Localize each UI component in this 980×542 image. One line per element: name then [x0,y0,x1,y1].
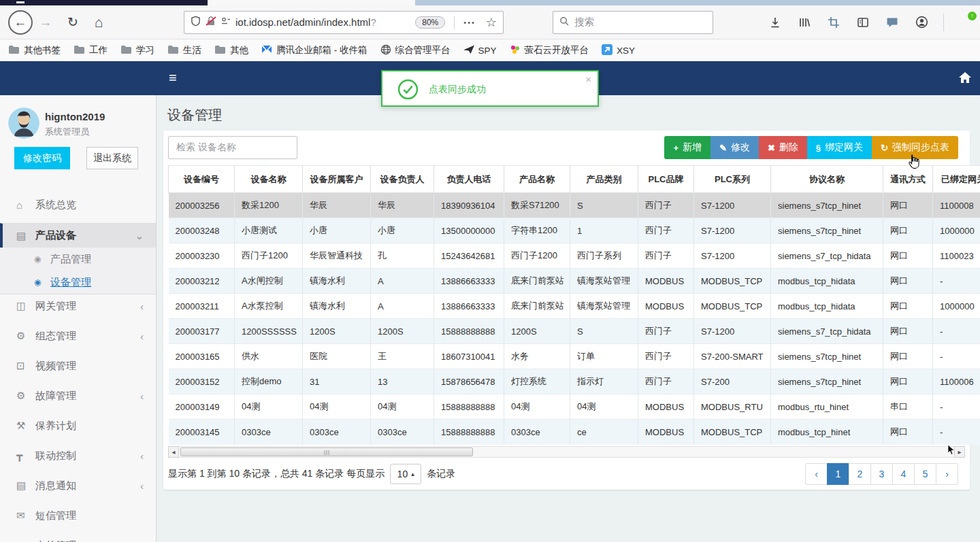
sidebar-item-label: 上传管理 [35,539,76,542]
bookmark-spy[interactable]: SPY [463,45,497,56]
table-row[interactable]: 200003152控制demo311315878656478灯控系统指示灯西门子… [169,369,980,394]
bookmark-study[interactable]: 学习 [120,44,154,56]
column-header[interactable]: 产品名称 [504,166,570,193]
table-row[interactable]: 200003248小唐测试小唐小唐13500000000字符串12001西门子S… [169,218,980,243]
forward-button[interactable]: → [35,12,56,33]
pager-page-1[interactable]: 1 [827,463,849,485]
sidebar-item-linkage-control[interactable]: ┳联动控制‹ [0,444,156,467]
app-menu-icon[interactable]: ↑ [958,17,972,28]
table-actions: +新增✎修改✖删除§绑定网关↻强制同步点表 [664,136,958,159]
tracking-protection-shield-icon[interactable] [191,16,201,29]
table-row[interactable]: 2000031771200SSSSSS1200S1200S15888888888… [169,319,980,344]
table-row[interactable]: 200003256数采1200华辰华辰18390936104数采S71200S西… [169,193,980,218]
column-header[interactable]: 已绑定网关 [933,166,980,193]
avatar[interactable] [8,107,39,139]
pager-page-3[interactable]: 3 [870,463,893,485]
edit-button[interactable]: ✎修改 [710,136,759,159]
bookmark-tencent-exmail-inbox[interactable]: 腾讯企业邮箱 - 收件箱 [261,44,368,56]
toast-close-icon[interactable]: × [585,73,591,85]
scroll-left-icon[interactable]: ◂ [168,446,179,458]
pager-page-2[interactable]: 2 [849,463,871,485]
table-row[interactable]: 200003230西门子1200华辰智通科技孔15243642681西门子120… [169,243,980,269]
column-header[interactable]: 产品类别 [570,166,638,193]
column-header[interactable]: PLC品牌 [638,166,694,193]
bookmark-ys7-open-platform[interactable]: 萤石云开放平台 [510,44,589,57]
url-bar[interactable]: iot.idosp.net/admin/index.html? 80% ••• … [184,11,504,34]
app-home-icon[interactable] [958,71,972,86]
table-cell: S7-1200 [694,193,771,218]
book-icon: ▤ [16,479,35,492]
bookmark-integrated-platform[interactable]: 综合管理平台 [380,44,451,57]
sidebar-item-gateway-mgmt[interactable]: ◫网关管理‹ [0,294,156,318]
sidebar-item-video-mgmt[interactable]: ⊡视频管理 [0,354,156,377]
screenshot-icon[interactable] [826,15,841,30]
sidebar-item-sms-mgmt[interactable]: ✉短信管理 [0,504,156,527]
table-row[interactable]: 2000031450303ce0303ce0303ce1588888888803… [169,420,980,445]
sidebar-item-upload-mgmt[interactable]: ▤上传管理 [0,534,156,542]
library-icon[interactable] [797,15,812,30]
column-header[interactable]: 设备负责人 [371,166,434,193]
sidebars-icon[interactable] [855,15,870,30]
table-cell: modbus_tcp_hidata [771,294,883,319]
scroll-right-icon[interactable]: ▸ [954,446,965,458]
downloads-icon[interactable] [768,15,783,30]
sidebar-toggle-icon[interactable]: ≡ [169,70,177,86]
table-row[interactable]: 200003165供水医院王18607310041水务订单西门子S7-200-S… [169,344,980,369]
column-header[interactable]: 通讯方式 [883,166,933,193]
bind-gateway-button[interactable]: §绑定网关 [807,136,872,159]
bookmark-other[interactable]: 其他 [214,44,248,56]
sidebar-item-system-overview[interactable]: ⌂系统总览 [0,193,156,216]
column-header[interactable]: PLC系列 [694,166,771,193]
add-button[interactable]: +新增 [664,136,710,159]
feedback-chat-icon[interactable] [885,15,900,30]
column-header[interactable]: 设备所属客户 [303,166,371,193]
sidebar-item-scada-mgmt[interactable]: ⚙组态管理‹ [0,324,156,348]
bookmark-life[interactable]: 生活 [167,44,201,56]
bookmark-xsy[interactable]: XSY [602,44,635,57]
zoom-level-badge[interactable]: 80% [415,16,445,29]
table-row[interactable]: 200003212A水闸控制镇海水利A13886663333底来门前泵站镇海泵站… [169,269,980,294]
folder-icon [167,45,179,56]
bookmark-star-icon[interactable]: ☆ [486,15,497,30]
page-actions-icon[interactable]: ••• [463,18,476,27]
sidebar-item-device-mgmt[interactable]: ◉设备管理 [0,271,156,294]
pager-next-button[interactable]: › [936,463,958,485]
sidebar-item-product-mgmt[interactable]: ◉产品管理 [0,248,156,271]
pager-page-5[interactable]: 5 [914,463,936,485]
sidebar-item-maintenance-plan[interactable]: ⚒保养计划 [0,414,156,437]
column-header[interactable]: 负责人电话 [434,166,504,193]
site-permissions-icon[interactable] [221,16,231,29]
bookmark-other-bookmarks[interactable]: 其他书签 [8,44,61,56]
scrollbar-thumb[interactable] [180,447,473,456]
column-header[interactable]: 协议名称 [771,166,883,193]
logout-button[interactable]: 退出系统 [86,147,138,169]
scrollbar-track[interactable] [179,446,954,458]
column-header[interactable]: 设备编号 [169,166,235,193]
url-text[interactable]: iot.idosp.net/admin/index.html? [235,16,376,28]
back-button[interactable]: ← [8,10,33,35]
column-header[interactable]: 设备名称 [235,166,303,193]
browser-tab-strip [0,0,980,5]
bookmark-work[interactable]: 工作 [74,44,108,56]
sidebar-item-product-device[interactable]: ▤产品设备⌄ [0,223,156,248]
delete-button[interactable]: ✖删除 [759,136,807,159]
search-input[interactable]: 搜索 [553,11,713,34]
insecure-lock-icon[interactable] [206,16,216,29]
table-row[interactable]: 200003211A水泵控制镇海水利A13886663333底来门前泵站镇海泵站… [169,294,980,319]
pager-prev-button[interactable]: ‹ [805,463,828,485]
change-password-button[interactable]: 修改密码 [14,147,70,169]
window-control[interactable] [16,1,24,3]
pager-page-4[interactable]: 4 [892,463,915,485]
table-row[interactable]: 20000314904测04测04测1588888888804测04测MODBU… [169,394,980,420]
sidebar-item-fault-mgmt[interactable]: ⚙故障管理‹ [0,384,156,407]
page-size-select[interactable]: 10 ▴ [390,464,421,484]
sidebar-item-message-notify[interactable]: ▤消息通知‹ [0,474,156,497]
home-button[interactable]: ⌂ [88,12,109,33]
device-search-input[interactable]: 检索 设备名称 [168,136,297,159]
toast-message: 点表同步成功 [429,84,486,96]
force-sync-points-button[interactable]: ↻强制同步点表 [872,136,958,159]
active-tab[interactable] [208,0,415,5]
table-cell: 1000000 [933,294,980,319]
reload-button[interactable]: ↻ [63,12,83,33]
account-icon[interactable] [914,15,929,30]
